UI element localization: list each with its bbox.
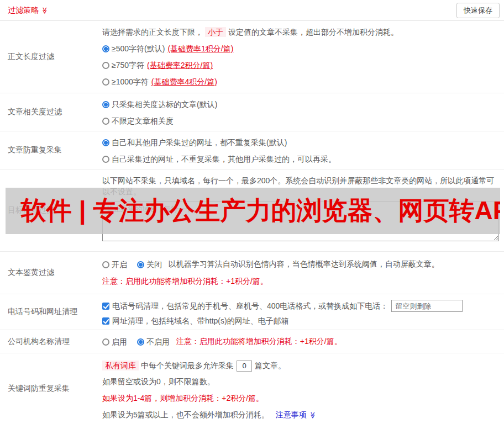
row-phone-url-clean: 电话号码和网址清理 电话号码清理，包括常见的手机号、座机号、400电话格式，或替… bbox=[0, 294, 504, 330]
row-label-company-clean: 公司机构名称清理 bbox=[0, 330, 102, 353]
option-label: ≥750字符 bbox=[112, 60, 144, 71]
keyword-note-five-plus: 如果设为5篇或以上，也不会额外增加积分消耗。 注意事项≫ bbox=[102, 409, 498, 420]
blocked-domains-textarea[interactable] bbox=[102, 202, 499, 241]
row-content: 启用 不启用 注意：启用此功能将增加积分消耗：+1积分/篇。 bbox=[102, 330, 504, 353]
row-porn-filter: 开启 关闭 以机器学习算法自动识别色情内容，当色情概率达到系统阈值，自动屏蔽文章… bbox=[0, 252, 504, 294]
keyword-limit-line: 私有词库中每个关键词最多允许采集篇文章。 bbox=[102, 360, 498, 372]
checkbox-checked-icon[interactable] bbox=[102, 317, 109, 325]
quick-save-button[interactable]: 快速保存 bbox=[456, 3, 500, 18]
section-header: 过滤策略 ≫ 快速保存 bbox=[0, 0, 504, 21]
option-label: 不限定文章相关度 bbox=[112, 115, 174, 126]
chevron-down-icon: ≫ bbox=[41, 7, 48, 14]
notice-link[interactable]: 注意事项≫ bbox=[276, 410, 317, 419]
private-lexicon-tag: 私有词库 bbox=[102, 361, 139, 370]
option-label: 启用 bbox=[112, 336, 127, 347]
less-than-tag: 小于 bbox=[205, 27, 226, 37]
keyword-note-zero: 如果留空或设为0，则不限篇数。 bbox=[102, 376, 498, 387]
radio-unchecked-icon[interactable] bbox=[102, 78, 109, 86]
row-content: 开启 关闭 以机器学习算法自动识别色情内容，当色情概率达到系统阈值，自动屏蔽文章… bbox=[102, 252, 498, 292]
row-company-clean: 公司机构名称清理 启用 不启用 注意：启用此功能将增加积分消耗：+1积分/篇。 bbox=[0, 330, 504, 353]
note-text: 如果设为5篇或以上，也不会额外增加积分消耗。 bbox=[102, 410, 269, 419]
row-content: 自己和其他用户采集过的网址，都不重复采集(默认) 自己采集过的网址，不重复采集，… bbox=[102, 131, 504, 169]
row-label-relevance-filter: 文章相关度过滤 bbox=[0, 93, 102, 131]
checkbox-checked-icon[interactable] bbox=[102, 303, 109, 310]
radio-checked-icon[interactable] bbox=[137, 261, 144, 268]
radio-checked-icon[interactable] bbox=[102, 45, 109, 52]
radio-unchecked-icon[interactable] bbox=[102, 261, 109, 268]
checkbox-option-phone-clean[interactable]: 电话号码清理，包括常见的手机号、座机号、400电话格式，或替换成如下电话： bbox=[102, 300, 498, 312]
section-title-toggle[interactable]: 过滤策略 ≫ bbox=[8, 6, 49, 15]
radio-checked-icon[interactable] bbox=[137, 338, 144, 346]
row-label-porn-filter: 文本鉴黄过滤 bbox=[0, 252, 102, 294]
option-fee-note: (基础费率2积分/篇) bbox=[147, 60, 213, 71]
row-content: 以下网站不采集，只填域名，每行一个，最多200个。系统会自动识别并屏蔽那些非文章… bbox=[102, 169, 504, 251]
keyword-limit-suffix: 篇文章。 bbox=[255, 361, 286, 370]
radio-unchecked-icon[interactable] bbox=[102, 338, 109, 346]
checkbox-option-url-clean[interactable]: 网址清理，包括纯域名、带http(s)的网址、电子邮箱 bbox=[102, 315, 498, 326]
keyword-limit-text: 中每个关键词最多允许采集 bbox=[141, 361, 234, 370]
radio-option-relevance-any[interactable]: 不限定文章相关度 bbox=[102, 115, 498, 126]
option-label: 自己和其他用户采集过的网址，都不重复采集(默认) bbox=[112, 137, 287, 148]
row-content: 私有词库中每个关键词最多允许采集篇文章。 如果留空或设为0，则不限篇数。 如果设… bbox=[102, 353, 504, 424]
option-label: ≥1000字符 bbox=[112, 76, 149, 87]
option-label: 关闭 bbox=[146, 259, 162, 270]
row-content: 只采集相关度达标的文章(默认) 不限定文章相关度 bbox=[102, 93, 504, 131]
option-label: 不启用 bbox=[146, 336, 170, 347]
option-label: 电话号码清理，包括常见的手机号、座机号、400电话格式，或替换成如下电话： bbox=[112, 300, 388, 311]
radio-option-porn-on[interactable]: 开启 bbox=[102, 259, 127, 270]
replacement-phone-input[interactable] bbox=[391, 300, 463, 312]
radio-option-500-chars[interactable]: ≥500字符(默认) (基础费率1积分/篇) bbox=[102, 43, 498, 54]
desc-post: 设定值的文章不采集，超出部分不增加积分消耗。 bbox=[228, 28, 398, 36]
row-label-dedup-filter: 文章防重复采集 bbox=[0, 131, 102, 169]
row-site-filter: 目标网站过滤 以下网站不采集，只填域名，每行一个，最多200个。系统会自动识别并… bbox=[0, 169, 504, 252]
desc-pre: 请选择需求的正文长度下限， bbox=[102, 28, 203, 36]
row-keyword-dedup: 关键词防重复采集 私有词库中每个关键词最多允许采集篇文章。 如果留空或设为0，则… bbox=[0, 353, 504, 424]
row-label-keyword-dedup: 关键词防重复采集 bbox=[0, 353, 102, 424]
radio-option-750-chars[interactable]: ≥750字符 (基础费率2积分/篇) bbox=[102, 60, 498, 71]
company-clean-cost-note: 注意：启用此功能将增加积分消耗：+1积分/篇。 bbox=[176, 337, 342, 346]
radio-checked-icon[interactable] bbox=[102, 139, 109, 146]
radio-option-dedup-all-users[interactable]: 自己和其他用户采集过的网址，都不重复采集(默认) bbox=[102, 137, 498, 148]
row-content: 电话号码清理，包括常见的手机号、座机号、400电话格式，或替换成如下电话： 网址… bbox=[102, 294, 504, 330]
row-label-phone-url-clean: 电话号码和网址清理 bbox=[0, 294, 102, 330]
chevron-down-icon: ≫ bbox=[309, 411, 316, 418]
link-label: 注意事项 bbox=[276, 410, 307, 419]
radio-unchecked-icon[interactable] bbox=[102, 62, 109, 69]
option-fee-note: (基础费率4积分/篇) bbox=[151, 76, 217, 87]
page-title: 过滤策略 bbox=[8, 6, 39, 15]
option-label: 自己采集过的网址，不重复采集，其他用户采集过的，可以再采。 bbox=[112, 153, 336, 165]
filter-strategy-page: 过滤策略 ≫ 快速保存 正文长度过滤 请选择需求的正文长度下限，小于设定值的文章… bbox=[0, 0, 504, 424]
radio-checked-icon[interactable] bbox=[102, 101, 109, 108]
porn-filter-cost-note: 注意：启用此功能将增加积分消耗：+1积分/篇。 bbox=[102, 275, 493, 287]
porn-filter-description: 以机器学习算法自动识别色情内容，当色情概率达到系统阈值，自动屏蔽文章。 bbox=[169, 259, 439, 268]
row-content: 请选择需求的正文长度下限，小于设定值的文章不采集，超出部分不增加积分消耗。 ≥5… bbox=[102, 21, 504, 93]
radio-unchecked-icon[interactable] bbox=[102, 118, 109, 125]
radio-option-1000-chars[interactable]: ≥1000字符 (基础费率4积分/篇) bbox=[102, 76, 498, 87]
row-label-site-filter: 目标网站过滤 bbox=[0, 169, 102, 251]
radio-option-porn-off[interactable]: 关闭 bbox=[137, 259, 162, 270]
site-filter-description: 以下网站不采集，只填域名，每行一个，最多200个。系统会自动识别并屏蔽那些非文章… bbox=[102, 175, 499, 197]
row-relevance-filter: 文章相关度过滤 只采集相关度达标的文章(默认) 不限定文章相关度 bbox=[0, 93, 504, 131]
radio-unchecked-icon[interactable] bbox=[102, 156, 109, 163]
radio-option-company-off[interactable]: 不启用 bbox=[137, 336, 170, 347]
radio-option-company-on[interactable]: 启用 bbox=[102, 336, 127, 347]
option-label: 开启 bbox=[112, 259, 127, 270]
porn-filter-options-line: 开启 关闭 以机器学习算法自动识别色情内容，当色情概率达到系统阈值，自动屏蔽文章… bbox=[102, 258, 493, 270]
option-label: 只采集相关度达标的文章(默认) bbox=[112, 99, 217, 110]
length-filter-description: 请选择需求的正文长度下限，小于设定值的文章不采集，超出部分不增加积分消耗。 bbox=[102, 26, 498, 38]
company-clean-options-line: 启用 不启用 注意：启用此功能将增加积分消耗：+1积分/篇。 bbox=[102, 336, 498, 347]
keyword-limit-input[interactable] bbox=[237, 361, 252, 372]
keyword-note-cost: 如果设为1-4篇，则增加积分消耗：+2积分/篇。 bbox=[102, 393, 498, 404]
row-dedup-filter: 文章防重复采集 自己和其他用户采集过的网址，都不重复采集(默认) 自己采集过的网… bbox=[0, 131, 504, 169]
option-fee-note: (基础费率1积分/篇) bbox=[167, 43, 233, 54]
row-length-filter: 正文长度过滤 请选择需求的正文长度下限，小于设定值的文章不采集，超出部分不增加积… bbox=[0, 21, 504, 93]
radio-option-relevance-default[interactable]: 只采集相关度达标的文章(默认) bbox=[102, 99, 498, 110]
row-label-length-filter: 正文长度过滤 bbox=[0, 21, 102, 93]
radio-option-dedup-self-only[interactable]: 自己采集过的网址，不重复采集，其他用户采集过的，可以再采。 bbox=[102, 153, 498, 165]
option-label: 网址清理，包括纯域名、带http(s)的网址、电子邮箱 bbox=[112, 315, 289, 326]
option-label: ≥500字符(默认) bbox=[112, 43, 165, 54]
